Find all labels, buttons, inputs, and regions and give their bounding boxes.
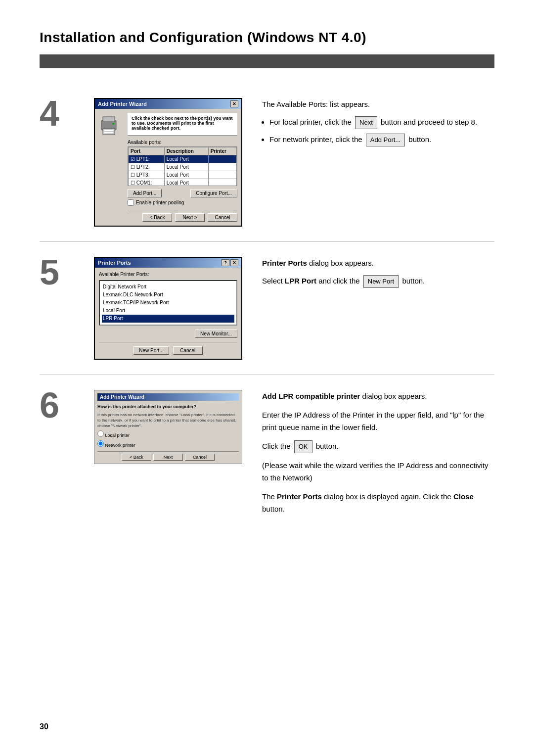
printer-ports-title-text: Printer Ports [98,260,131,266]
ok-inline-button: OK [294,440,312,453]
port-item-digital[interactable]: Digital Network Port [102,283,234,291]
step-4-number: 4 [40,95,74,131]
local-printer-radio[interactable] [97,430,104,437]
svg-rect-3 [104,130,113,131]
svg-point-5 [112,123,114,125]
titlebar-buttons: ✕ [230,100,238,107]
port-item-lexmark-tcp[interactable]: Lexmark TCP/IP Network Port [102,299,234,307]
table-row[interactable]: ☑ LPT1: Local Port [129,155,237,163]
network-printer-radio[interactable] [97,440,104,447]
step6-content: How is this printer attached to your com… [97,404,239,461]
step6-desc-text: dialog box appears. [362,392,427,400]
col-description: Description [164,147,208,155]
step-5-number: 5 [40,254,74,290]
new-port-button[interactable]: New Port... [134,346,169,355]
port-item-lexmark-dlc[interactable]: Lexmark DLC Network Port [102,291,234,299]
step6-click-para: Click the OK button. [262,440,494,453]
step6-desc-bold: Add LPR compatible printer [262,392,360,400]
step5-desc-para: Printer Ports dialog box appears. [262,257,494,270]
step5-select-mid: and click the [318,277,362,285]
col-port: Port [129,147,165,155]
step-5-screenshot: Printer Ports ? ✕ Available Printer Port… [94,257,242,360]
enable-pooling-row: Enable printer pooling [128,199,237,206]
add-port-inline-button: Add Port... [366,134,405,146]
wizard-left-panel: Click the check box next to the port(s) … [99,113,237,222]
ports-cancel-button[interactable]: Cancel [173,346,203,355]
step6-cancel-button[interactable]: Cancel [185,454,215,461]
table-row[interactable]: ☐ COM1: Local Port [129,179,237,187]
svg-rect-1 [103,117,115,122]
wizard-instruction: Click the check box next to the port(s) … [132,116,233,131]
close-icon[interactable]: ✕ [230,259,238,266]
step5-select-post: button. [402,277,425,285]
wizard-content: Click the check box next to the port(s) … [95,109,241,226]
step-6-section: 6 Add Printer Wizard How is this printer… [40,375,494,535]
step5-select-pre: Select [262,277,285,285]
ports-table-container: Port Description Printer ☑ LPT1: Local P… [128,146,237,186]
desc-cell: Local Port [164,155,208,163]
table-row[interactable]: ☐ LPT3: Local Port [129,171,237,179]
step-5-section: 5 Printer Ports ? ✕ Available Printer Po… [40,242,494,375]
page-number: 30 [40,722,48,731]
step6-next-button[interactable]: Next [153,454,183,461]
step5-select-para: Select LPR Port and click the New Port b… [262,275,494,288]
close-icon[interactable]: ✕ [230,100,238,107]
step6-sub-text: If this printer has no network interface… [97,412,239,429]
pp-titlebar-buttons: ? ✕ [222,259,238,266]
new-port-cancel-row: New Port... Cancel [99,342,237,355]
configure-port-button[interactable]: Configure Port... [190,189,237,197]
step-6-number: 6 [40,387,74,423]
printer-cell [208,155,236,163]
printer-icon [99,113,119,139]
bullet2-post: button. [408,135,431,143]
enable-pooling-label: Enable printer pooling [136,200,184,205]
port-cell: ☐ LPT3: [129,171,165,179]
available-ports-list: Digital Network Port Lexmark DLC Network… [99,280,237,326]
new-port-inline-btn: New Port [363,275,399,288]
help-icon[interactable]: ? [222,259,229,266]
step6-network-printer-option[interactable]: Network printer [97,440,239,449]
port-item-lpr[interactable]: LPR Port [102,315,234,323]
available-ports-label: Available ports: [128,140,237,145]
cancel-button[interactable]: Cancel [208,213,237,222]
para4-pre: The [262,492,277,501]
new-monitor-button[interactable]: New Monitor... [195,330,237,338]
step-4-section: 4 Add Printer Wizard ✕ [40,83,494,242]
port-item-local[interactable]: Local Port [102,307,234,315]
table-row[interactable]: ☐ LPT2: Local Port [129,163,237,171]
next-button[interactable]: Next > [175,213,205,222]
para4-close-bold: Close [453,492,474,501]
step6-btn-row: < Back Next Cancel [97,451,239,461]
printer-ports-titlebar: Printer Ports ? ✕ [95,258,241,268]
add-port-button[interactable]: Add Port... [128,189,162,197]
back-button[interactable]: < Back [142,213,172,222]
step6-para3: (Please wait while the wizard verifies t… [262,459,494,484]
desc-cell: Local Port [164,163,208,171]
para4-mid: dialog box is displayed again. Click the [324,492,453,501]
wizard-header: Click the check box next to the port(s) … [128,113,237,136]
printer-cell [208,179,236,187]
available-printer-ports-label: Available Printer Ports: [99,272,237,277]
step5-desc-bold: Printer Ports [262,259,307,267]
bullet1-pre: For local printer, click the [269,118,352,126]
step6-dialog: Add Printer Wizard How is this printer a… [94,390,242,464]
bullet1-post: button and proceed to step 8. [381,118,477,126]
printer-ports-content: Available Printer Ports: Digital Network… [95,268,241,359]
step6-question: How is this printer attached to your com… [97,404,239,410]
enable-pooling-checkbox[interactable] [128,199,134,206]
dialog-titlebar: Add Printer Wizard ✕ [95,99,241,109]
step6-local-printer-option[interactable]: Local printer [97,430,239,439]
step4-bullets: For local printer, click the Next button… [269,116,494,146]
port-cell: ☐ LPT2: [129,163,165,171]
top-bar [40,54,494,68]
step5-select-bold: LPR Port [285,277,316,285]
add-port-button-row: Add Port... Configure Port... [128,189,237,197]
page-title: Installation and Configuration (Windows … [40,30,494,46]
step-6-description: Add LPR compatible printer dialog box ap… [262,390,494,520]
svg-rect-2 [103,129,115,135]
step6-back-button[interactable]: < Back [122,454,151,461]
ports-table: Port Description Printer ☑ LPT1: Local P… [128,147,237,186]
step-6-screenshot: Add Printer Wizard How is this printer a… [94,390,242,464]
add-printer-wizard-dialog: Add Printer Wizard ✕ [94,98,242,227]
step-4-screenshot: Add Printer Wizard ✕ [94,98,242,227]
